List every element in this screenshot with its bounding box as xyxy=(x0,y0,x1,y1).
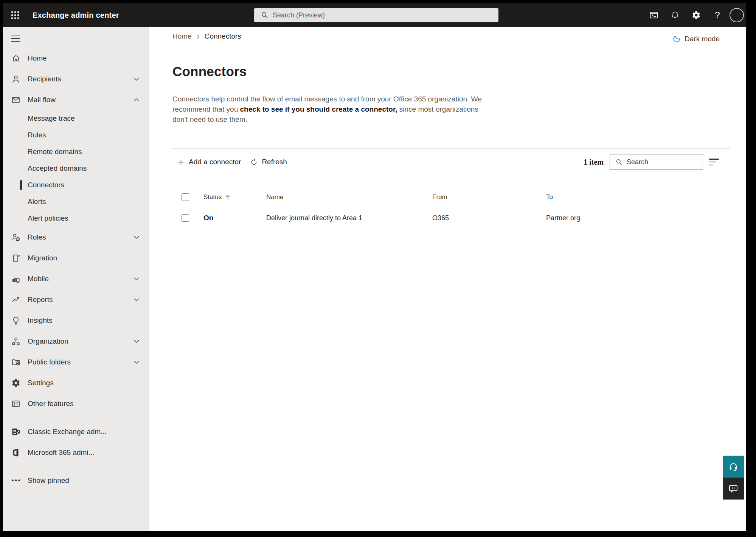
cell-name: Deliver journal directly to Area 1 xyxy=(266,214,432,222)
breadcrumb: Home Connectors xyxy=(172,32,241,40)
sidebar-item-mail-flow[interactable]: Mail flow xyxy=(3,89,148,110)
exchange-admin-center-window: Exchange admin center ? xyxy=(3,3,746,531)
chevron-up-icon xyxy=(133,97,140,103)
notifications-button[interactable] xyxy=(664,3,686,27)
sidebar-item-other-features[interactable]: Other features xyxy=(3,393,148,414)
sort-ascending-icon xyxy=(225,195,231,200)
page-arrow-icon xyxy=(11,254,20,263)
breadcrumb-home-link[interactable]: Home xyxy=(172,32,192,40)
powershell-button[interactable] xyxy=(643,3,664,27)
sidebar-item-label: Alerts xyxy=(28,198,46,206)
list-search-box[interactable] xyxy=(610,154,703,170)
topbar-actions: ? xyxy=(643,3,744,27)
breadcrumb-current: Connectors xyxy=(205,32,241,40)
sidebar-item-settings[interactable]: Settings xyxy=(3,372,148,393)
table-row[interactable]: On Deliver journal directly to Area 1 O3… xyxy=(172,206,730,230)
sidebar-item-insights[interactable]: Insights xyxy=(3,310,148,331)
person-icon xyxy=(11,75,20,84)
sidebar-item-organization[interactable]: Organization xyxy=(3,331,148,352)
sidebar-item-label: Alert policies xyxy=(28,214,68,223)
bars-phone-icon xyxy=(11,274,20,283)
sidebar-item-alerts[interactable]: Alerts xyxy=(3,193,148,210)
sidebar-item-label: Migration xyxy=(28,254,57,262)
plus-icon xyxy=(177,158,185,166)
account-avatar[interactable] xyxy=(730,8,744,22)
search-icon xyxy=(615,158,623,166)
sidebar-item-accepted-domains[interactable]: Accepted domains xyxy=(3,160,148,177)
sidebar-item-public-folders[interactable]: Public folders xyxy=(3,352,148,372)
sidebar-item-alert-policies[interactable]: Alert policies xyxy=(3,210,148,227)
help-button[interactable]: ? xyxy=(707,3,728,27)
moon-icon xyxy=(672,34,682,44)
mail-icon xyxy=(11,95,20,104)
sidebar-item-label: Organization xyxy=(28,337,68,346)
sidebar-item-roles[interactable]: Roles xyxy=(3,227,148,247)
support-button[interactable] xyxy=(723,456,744,478)
cell-from: O365 xyxy=(432,214,546,222)
headset-icon xyxy=(728,462,738,472)
chat-icon xyxy=(728,484,738,493)
content-divider xyxy=(172,148,730,149)
cell-to: Partner org xyxy=(546,214,730,222)
sidebar-item-recipients[interactable]: Recipients xyxy=(3,68,148,89)
sidebar-item-mobile[interactable]: Mobile xyxy=(3,268,148,289)
column-header-status[interactable]: Status xyxy=(203,193,266,201)
help-icon: ? xyxy=(715,10,720,20)
global-search-box[interactable] xyxy=(254,8,498,22)
list-toolbar: Add a connector Refresh 1 item xyxy=(172,154,730,170)
select-all-checkbox[interactable] xyxy=(182,193,189,201)
filter-sort-icon[interactable] xyxy=(709,158,719,166)
table-header-row: Status Name From To xyxy=(172,188,730,206)
sidebar-item-label: Microsoft 365 admi... xyxy=(28,448,94,457)
sidebar-item-show-pinned[interactable]: ••• Show pinned xyxy=(3,470,148,491)
sidebar-item-label: Public folders xyxy=(28,358,71,366)
app-title: Exchange admin center xyxy=(33,3,119,27)
column-header-from[interactable]: From xyxy=(432,193,546,201)
global-search-input[interactable] xyxy=(273,11,494,19)
feedback-button[interactable] xyxy=(723,478,744,500)
column-header-name[interactable]: Name xyxy=(266,193,432,201)
sidebar-item-classic-exchange-admin[interactable]: Classic Exchange adm... xyxy=(3,421,148,442)
sidebar-item-home[interactable]: Home xyxy=(3,48,148,68)
cell-status: On xyxy=(203,214,266,222)
refresh-button[interactable]: Refresh xyxy=(245,154,292,170)
chevron-down-icon xyxy=(133,338,140,345)
sidebar-item-rules[interactable]: Rules xyxy=(3,127,148,143)
page-description: Connectors help control the flow of emai… xyxy=(172,94,493,125)
sidebar-item-label: Mail flow xyxy=(28,96,56,104)
sidebar-item-label: Insights xyxy=(28,316,52,325)
chevron-right-icon xyxy=(196,34,201,39)
page-title: Connectors xyxy=(172,64,247,79)
sidebar-item-reports[interactable]: Reports xyxy=(3,289,148,310)
row-checkbox[interactable] xyxy=(182,214,189,222)
nav-collapse-button[interactable] xyxy=(11,36,20,42)
settings-button[interactable] xyxy=(686,3,707,27)
sidebar-item-label: Mobile xyxy=(28,275,49,283)
item-count: 1 item xyxy=(584,158,604,167)
sidebar-item-microsoft-365-admin[interactable]: Microsoft 365 admi... xyxy=(3,442,148,463)
add-connector-label: Add a connector xyxy=(189,158,241,166)
refresh-label: Refresh xyxy=(262,158,287,166)
sidebar-item-connectors[interactable]: Connectors xyxy=(3,177,148,193)
refresh-icon xyxy=(250,158,258,166)
m365-logo-icon xyxy=(11,448,20,457)
search-icon xyxy=(261,11,269,19)
connectors-table: Status Name From To On Deliver journal d… xyxy=(172,188,730,230)
home-icon xyxy=(11,54,20,63)
lightbulb-icon xyxy=(11,316,20,325)
sidebar-item-label: Message trace xyxy=(28,114,75,123)
add-connector-button[interactable]: Add a connector xyxy=(172,154,245,170)
column-header-to[interactable]: To xyxy=(546,193,730,201)
dark-mode-toggle[interactable]: Dark mode xyxy=(672,35,720,43)
bell-icon xyxy=(671,11,680,20)
app-launcher-button[interactable] xyxy=(3,3,27,27)
sidebar-item-label: Connectors xyxy=(28,181,64,189)
sidebar-item-label: Classic Exchange adm... xyxy=(28,428,107,436)
sidebar-item-message-trace[interactable]: Message trace xyxy=(3,110,148,127)
nav-list: Home Recipients Mail flow Message trace … xyxy=(3,48,148,491)
list-search-input[interactable] xyxy=(627,158,699,166)
sidebar-item-migration[interactable]: Migration xyxy=(3,247,148,268)
sidebar-divider xyxy=(11,418,141,418)
sidebar-item-label: Roles xyxy=(28,233,46,241)
sidebar-item-remote-domains[interactable]: Remote domains xyxy=(3,143,148,160)
